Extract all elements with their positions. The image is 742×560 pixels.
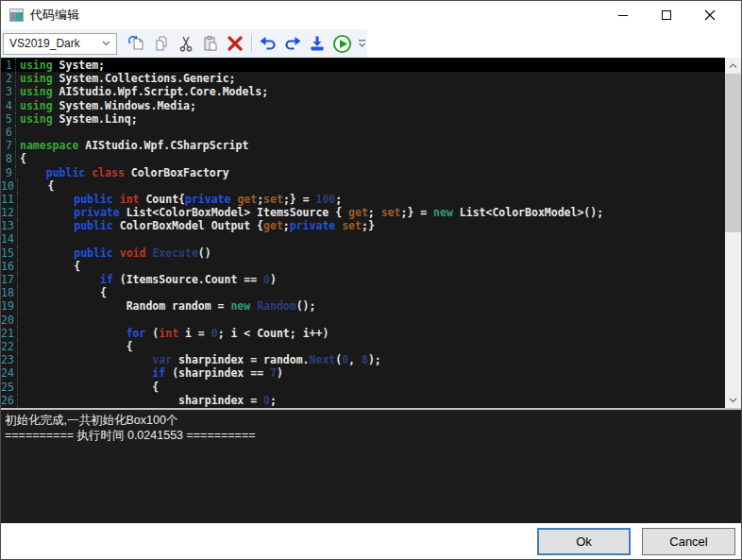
scroll-down-button[interactable]	[725, 392, 741, 408]
code-line[interactable]: 14	[1, 232, 725, 246]
code-text: {	[18, 381, 159, 394]
code-line[interactable]: 5using System.Linq;	[1, 112, 725, 126]
scrollbar-thumb[interactable]	[725, 74, 741, 232]
minimize-icon	[617, 9, 629, 21]
code-line[interactable]: 25 {	[1, 381, 725, 394]
code-text: if (sharpindex == 7)	[18, 366, 283, 380]
code-line[interactable]: 4using System.Windows.Media;	[1, 99, 725, 112]
line-number: 12	[1, 206, 18, 219]
run-button[interactable]	[330, 32, 353, 56]
code-text: sharpindex = 0;	[18, 394, 277, 407]
line-number: 5	[1, 112, 16, 126]
line-number: 21	[1, 327, 18, 340]
close-button[interactable]	[688, 1, 732, 29]
ok-button[interactable]: Ok	[537, 528, 631, 555]
theme-selector-value: VS2019_Dark	[9, 37, 102, 50]
code-line[interactable]: 7namespace AIStudio.Wpf.CSharpScript	[1, 139, 725, 152]
code-line[interactable]: 19 Random random = new Random();	[1, 299, 725, 313]
code-text: {	[18, 179, 55, 193]
code-line[interactable]: 20	[1, 314, 725, 327]
code-text: for (int i = 0; i < Count; i++)	[18, 327, 329, 340]
cancel-button[interactable]: Cancel	[642, 528, 735, 555]
code-line[interactable]: 24 if (sharpindex == 7)	[1, 366, 725, 380]
code-lines: 1using System;2using System.Collections.…	[1, 59, 725, 408]
line-number: 4	[1, 99, 16, 112]
line-number: 17	[1, 273, 18, 286]
line-number: 9	[1, 166, 16, 179]
minimize-button[interactable]	[601, 1, 645, 29]
maximize-icon	[661, 9, 672, 21]
code-text: using System.Collections.Generic;	[16, 72, 236, 85]
code-text: public int Count{private get;set;} = 100…	[18, 193, 342, 206]
code-line[interactable]: 18 {	[1, 286, 725, 299]
code-text: using System.Windows.Media;	[16, 99, 196, 112]
code-line[interactable]: 26 sharpindex = 0;	[1, 394, 725, 407]
theme-selector[interactable]: VS2019_Dark	[3, 33, 117, 55]
code-line[interactable]: 17 if (ItemsSource.Count == 0)	[1, 273, 725, 286]
code-line[interactable]: 10 {	[1, 179, 725, 193]
chevron-down-icon	[729, 398, 737, 403]
line-number: 3	[1, 85, 16, 98]
line-number: 20	[1, 314, 18, 327]
save-icon	[308, 34, 327, 53]
toolbar-separator	[251, 35, 252, 52]
line-number: 10	[1, 179, 18, 193]
code-editor[interactable]: 1using System;2using System.Collections.…	[1, 58, 741, 410]
code-line[interactable]: 2using System.Collections.Generic;	[1, 72, 725, 85]
maximize-button[interactable]	[645, 1, 688, 29]
app-icon	[9, 8, 24, 22]
line-number: 15	[1, 246, 18, 260]
line-number: 1	[1, 59, 16, 72]
code-line[interactable]: 6	[1, 126, 725, 139]
undo-button[interactable]	[257, 32, 279, 56]
code-text: public class ColorBoxFactory	[16, 166, 229, 179]
code-text: if (ItemsSource.Count == 0)	[18, 273, 277, 286]
run-icon	[332, 34, 352, 54]
delete-button[interactable]	[224, 32, 246, 56]
code-line[interactable]: 16 {	[1, 260, 725, 273]
code-line[interactable]: 9 public class ColorBoxFactory	[1, 166, 725, 179]
cut-button[interactable]	[175, 32, 197, 56]
redo-icon	[283, 34, 302, 53]
scroll-up-button[interactable]	[725, 58, 741, 74]
code-line[interactable]: 13 public ColorBoxModel Output {get;priv…	[1, 219, 725, 232]
copy-button[interactable]	[150, 32, 173, 56]
code-line[interactable]: 21 for (int i = 0; i < Count; i++)	[1, 327, 725, 340]
code-text	[18, 232, 22, 246]
line-number: 26	[1, 394, 18, 407]
close-icon	[704, 9, 716, 21]
window-title: 代码编辑	[30, 7, 79, 24]
code-text: }	[18, 407, 159, 408]
toolbar-overflow-button[interactable]	[356, 32, 367, 56]
code-line[interactable]: 1using System;	[1, 59, 725, 72]
code-line[interactable]: 8{	[1, 152, 725, 165]
code-line[interactable]: 22 {	[1, 340, 725, 353]
code-text	[16, 126, 20, 139]
output-panel: 初始化完成,一共初始化Box100个========== 执行时间 0.0241…	[1, 410, 741, 523]
code-line[interactable]: 15 public void Execute()	[1, 246, 725, 260]
code-line[interactable]: 3using AIStudio.Wpf.Script.Core.Models;	[1, 85, 725, 98]
vertical-scrollbar[interactable]	[725, 58, 741, 408]
paste-icon	[201, 34, 220, 53]
delete-icon	[227, 35, 244, 52]
code-line[interactable]: 12 private List<ColorBoxModel> ItemsSour…	[1, 206, 725, 219]
code-edit-window: 代码编辑 VS2019_Dark	[0, 0, 742, 560]
code-line[interactable]: 23 var sharpindex = random.Next(0, 8);	[1, 353, 725, 366]
code-line[interactable]: 27 }	[1, 407, 725, 408]
footer: Ok Cancel	[1, 523, 741, 559]
code-text: {	[18, 260, 80, 273]
save-button[interactable]	[306, 32, 329, 56]
code-line[interactable]: 11 public int Count{private get;set;} = …	[1, 193, 725, 206]
code-text: public void Execute()	[18, 246, 211, 260]
paste-button[interactable]	[199, 32, 222, 56]
titlebar: 代码编辑	[1, 1, 741, 29]
toolbar-overflow-icon	[358, 39, 366, 48]
scrollbar-track[interactable]	[725, 74, 741, 392]
reset-button[interactable]	[126, 32, 148, 56]
line-number: 27	[1, 407, 18, 408]
toolbar: VS2019_Dark	[1, 29, 741, 58]
redo-button[interactable]	[281, 32, 304, 56]
line-number: 18	[1, 286, 18, 299]
output-line: ========== 执行时间 0.0241553 ==========	[5, 428, 741, 443]
window-controls	[601, 1, 741, 29]
